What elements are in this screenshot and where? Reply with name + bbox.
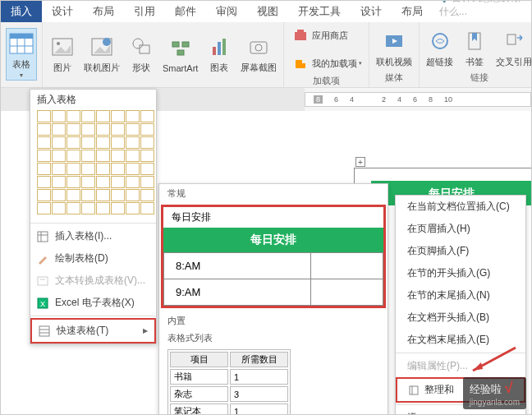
grid-cell[interactable]: [37, 136, 51, 149]
grid-cell[interactable]: [126, 123, 140, 136]
tell-me-input[interactable]: 告诉我您想要做什么...: [433, 0, 531, 22]
image-button[interactable]: 图片: [48, 32, 77, 76]
tab-insert[interactable]: 插入: [1, 1, 42, 22]
table-size-grid[interactable]: [30, 110, 156, 221]
grid-cell[interactable]: [37, 163, 51, 175]
tab-mail[interactable]: 邮件: [165, 1, 206, 22]
grid-cell[interactable]: [96, 136, 110, 149]
grid-cell[interactable]: [126, 150, 140, 162]
grid-cell[interactable]: [66, 123, 80, 136]
tabular-list-preview[interactable]: 项目所需数目 书籍1 杂志3 笔记本1 便笺簿1 钢笔3 铅笔2 带副标题1: [167, 349, 291, 415]
grid-cell[interactable]: [81, 123, 95, 136]
appstore-button[interactable]: 应用商店: [289, 24, 350, 47]
grid-cell[interactable]: [37, 110, 51, 122]
grid-cell[interactable]: [37, 176, 51, 188]
crossref-button[interactable]: 交叉引用: [494, 26, 532, 70]
grid-cell[interactable]: [96, 163, 110, 175]
grid-cell[interactable]: [140, 176, 154, 188]
tab-reference[interactable]: 引用: [124, 1, 165, 22]
smartart-button[interactable]: SmartArt: [161, 34, 200, 75]
grid-cell[interactable]: [140, 123, 154, 136]
insert-current-pos[interactable]: 在当前文档位置插入(C): [396, 196, 525, 218]
insert-doc-end[interactable]: 在文档末尾插入(E): [396, 329, 525, 351]
grid-cell[interactable]: [52, 123, 66, 136]
insert-section-start[interactable]: 在节的开头插入(G): [396, 262, 525, 284]
grid-cell[interactable]: [96, 150, 110, 162]
grid-cell[interactable]: [140, 163, 154, 175]
bookmark-button[interactable]: 书签: [460, 26, 489, 70]
myaddins-button[interactable]: 我的加载项 ▾: [289, 52, 364, 75]
excel-table-item[interactable]: X Excel 电子表格(X): [30, 292, 156, 314]
grid-cell[interactable]: [126, 189, 140, 201]
grid-cell[interactable]: [52, 110, 66, 122]
tab-devtools[interactable]: 开发工具: [288, 1, 351, 22]
grid-cell[interactable]: [96, 202, 110, 214]
draw-table-item[interactable]: 绘制表格(D): [30, 247, 156, 270]
insert-header[interactable]: 在页眉插入(H): [396, 218, 525, 240]
tab-design2[interactable]: 设计: [351, 1, 392, 22]
grid-cell[interactable]: [111, 123, 125, 136]
grid-cell[interactable]: [126, 136, 140, 149]
insert-footer[interactable]: 在页脚插入(F): [396, 240, 525, 262]
grid-cell[interactable]: [81, 189, 95, 201]
grid-cell[interactable]: [52, 176, 66, 188]
grid-cell[interactable]: [111, 163, 125, 175]
grid-cell[interactable]: [126, 176, 140, 188]
tab-layout2[interactable]: 布局: [392, 1, 433, 22]
chart-button[interactable]: 图表: [204, 32, 234, 76]
insert-section-end[interactable]: 在节的末尾插入(N): [396, 284, 525, 307]
grid-cell[interactable]: [111, 136, 125, 149]
horizontal-ruler[interactable]: 8 6 4 2 4 6 8 10: [305, 92, 531, 107]
quick-table-item[interactable]: 快速表格(T) ▶: [30, 318, 156, 344]
grid-cell[interactable]: [140, 150, 154, 162]
grid-cell[interactable]: [37, 123, 51, 136]
grid-cell[interactable]: [66, 150, 80, 162]
grid-cell[interactable]: [96, 110, 110, 122]
grid-cell[interactable]: [111, 176, 125, 188]
grid-cell[interactable]: [66, 110, 80, 122]
grid-cell[interactable]: [52, 136, 66, 149]
grid-cell[interactable]: [81, 150, 95, 162]
grid-cell[interactable]: [66, 202, 80, 214]
grid-cell[interactable]: [81, 176, 95, 188]
table-button[interactable]: 表格 ▼: [6, 28, 37, 81]
grid-cell[interactable]: [96, 176, 110, 188]
grid-cell[interactable]: [111, 202, 125, 214]
grid-cell[interactable]: [81, 202, 95, 214]
grid-cell[interactable]: [66, 189, 80, 201]
grid-cell[interactable]: [81, 163, 95, 175]
grid-cell[interactable]: [37, 150, 51, 162]
shapes-button[interactable]: 形状: [126, 32, 156, 76]
online-image-button[interactable]: 联机图片: [82, 32, 122, 76]
grid-cell[interactable]: [52, 150, 66, 162]
grid-cell[interactable]: [81, 110, 95, 122]
grid-cell[interactable]: [126, 202, 140, 214]
table-anchor-icon[interactable]: +: [355, 157, 365, 167]
daily-schedule-preview[interactable]: 每日安排 每日安排 8:AM 9:AM: [161, 205, 386, 308]
grid-cell[interactable]: [111, 110, 125, 122]
grid-cell[interactable]: [37, 202, 51, 214]
grid-cell[interactable]: [96, 189, 110, 201]
tab-design[interactable]: 设计: [42, 1, 83, 22]
grid-cell[interactable]: [37, 189, 51, 201]
grid-cell[interactable]: [81, 136, 95, 149]
grid-cell[interactable]: [52, 163, 66, 175]
grid-cell[interactable]: [140, 136, 154, 149]
tab-view[interactable]: 视图: [247, 1, 288, 22]
insert-table-item[interactable]: 插入表格(I)...: [30, 225, 156, 247]
screenshot-button[interactable]: 屏幕截图: [239, 32, 278, 76]
grid-cell[interactable]: [52, 189, 66, 201]
grid-cell[interactable]: [126, 163, 140, 175]
grid-cell[interactable]: [140, 110, 154, 122]
online-video-button[interactable]: 联机视频: [374, 26, 414, 70]
hyperlink-button[interactable]: 超链接: [424, 26, 455, 70]
grid-cell[interactable]: [66, 136, 80, 149]
grid-cell[interactable]: [66, 176, 80, 188]
grid-cell[interactable]: [126, 110, 140, 122]
tab-review[interactable]: 审阅: [206, 1, 247, 22]
grid-cell[interactable]: [66, 163, 80, 175]
tab-layout[interactable]: 布局: [83, 1, 124, 22]
grid-cell[interactable]: [111, 189, 125, 201]
grid-cell[interactable]: [96, 123, 110, 136]
insert-doc-start[interactable]: 在文档开头插入(B): [396, 307, 525, 329]
